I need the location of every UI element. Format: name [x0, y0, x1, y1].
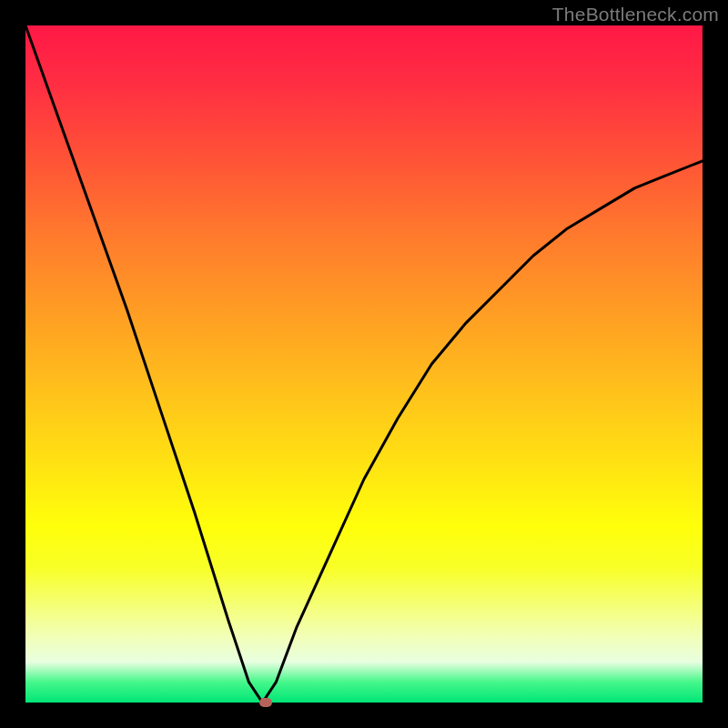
watermark-text: TheBottleneck.com: [552, 4, 719, 25]
minimum-marker: [259, 698, 272, 707]
plot-area: [25, 25, 703, 703]
bottleneck-curve-path: [25, 25, 703, 703]
chart-frame: TheBottleneck.com: [0, 0, 728, 728]
curve-svg: [25, 25, 703, 703]
